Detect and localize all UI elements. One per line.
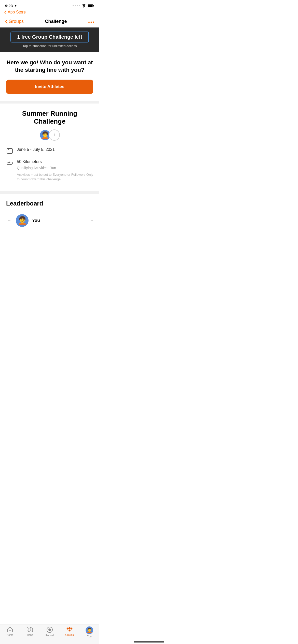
invite-section: Here we go! Who do you want at the start… xyxy=(0,52,99,101)
distance-row: 50 Kilometers Qualifying Activities: Run… xyxy=(6,159,93,182)
shoe-icon xyxy=(6,159,13,167)
invite-heading: Here we go! Who do you want at the start… xyxy=(6,59,93,74)
add-participant-button[interactable]: + xyxy=(49,129,60,141)
challenge-details: Summer Running Challenge 🧑‍🦱 + June 5 - … xyxy=(0,104,99,191)
leaderboard-score: -- xyxy=(90,218,93,223)
signal-dots xyxy=(73,5,80,6)
challenge-count-box: 1 free Group Challenge left xyxy=(10,32,89,42)
calendar-icon xyxy=(6,147,13,154)
distance-value: 50 Kilometers xyxy=(17,159,93,165)
date-range: June 5 - July 5, 2021 xyxy=(17,147,55,152)
leaderboard-title: Leaderboard xyxy=(6,200,93,207)
participant-emoji: 🧑‍🦱 xyxy=(41,131,49,139)
app-store-bar: App Store xyxy=(0,9,99,17)
svg-rect-1 xyxy=(93,5,94,6)
distance-details: 50 Kilometers Qualifying Activities: Run… xyxy=(17,159,93,182)
status-time: 9:23 xyxy=(5,4,13,8)
participants-row: 🧑‍🦱 + xyxy=(6,129,93,141)
qualifying-activities: Qualifying Activities: Run xyxy=(17,166,93,170)
leaderboard-user-name: You xyxy=(32,218,87,223)
leaderboard-avatar: 🧑‍🦱 xyxy=(16,214,29,227)
back-chevron-icon xyxy=(4,10,7,14)
groups-back-label: Groups xyxy=(9,19,24,24)
add-icon: + xyxy=(53,132,56,138)
rank-dash: -- xyxy=(6,218,12,223)
location-icon: ➤ xyxy=(14,4,17,8)
challenge-subtitle: Tap to subscribe for unlimited access xyxy=(22,44,77,48)
status-bar: 9:23 ➤ xyxy=(0,0,99,9)
invite-athletes-button[interactable]: Invite Athletes xyxy=(6,80,93,94)
date-row: June 5 - July 5, 2021 xyxy=(6,147,93,154)
app-store-back-button[interactable]: App Store xyxy=(4,10,94,14)
more-options-button[interactable] xyxy=(88,19,94,24)
svg-point-5 xyxy=(93,21,94,23)
section-divider xyxy=(0,101,99,104)
challenge-note: Activities must be set to Everyone or Fo… xyxy=(17,172,93,182)
app-store-label: App Store xyxy=(8,10,26,14)
leaderboard-row: -- 🧑‍🦱 You -- xyxy=(6,212,93,229)
nav-title: Challenge xyxy=(45,19,67,24)
leaderboard-section: Leaderboard -- 🧑‍🦱 You -- xyxy=(0,191,99,233)
groups-back-chevron-icon xyxy=(5,19,8,24)
challenge-banner[interactable]: 1 free Group Challenge left Tap to subsc… xyxy=(0,27,99,52)
svg-rect-2 xyxy=(88,5,92,7)
leaderboard-user-emoji: 🧑‍🦱 xyxy=(18,216,27,225)
more-dots-icon xyxy=(88,21,94,23)
nav-header: Groups Challenge xyxy=(0,17,99,27)
status-icons xyxy=(73,4,94,8)
challenge-name: Summer Running Challenge xyxy=(6,110,93,125)
groups-back-button[interactable]: Groups xyxy=(5,19,24,24)
svg-point-3 xyxy=(88,21,90,23)
wifi-icon xyxy=(82,4,86,8)
svg-rect-6 xyxy=(7,149,12,153)
battery-icon xyxy=(88,4,94,8)
svg-point-4 xyxy=(90,21,92,23)
